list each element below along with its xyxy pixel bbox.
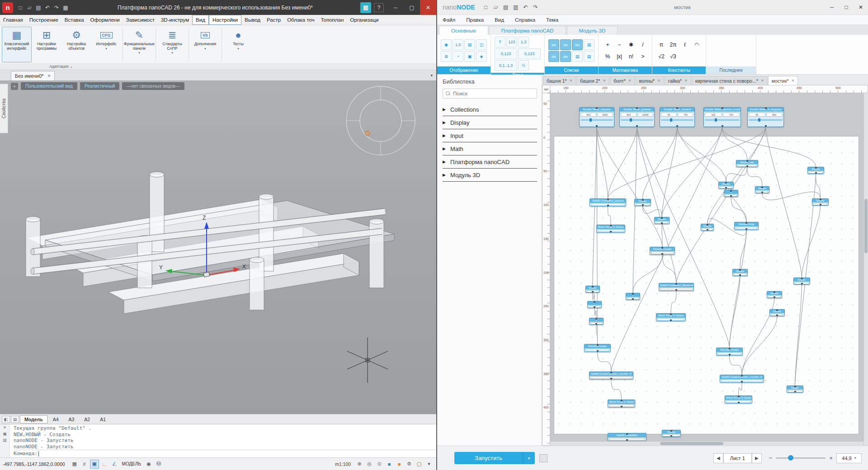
graph-tab[interactable]: болт*✕ bbox=[610, 76, 635, 85]
menu-item-Настройки[interactable]: Настройки bbox=[209, 15, 241, 25]
node-max-value[interactable]: 10000 bbox=[637, 113, 653, 117]
minimize-button[interactable]: ─ bbox=[387, 0, 404, 15]
graph-node[interactable]: Show Temp In Space bbox=[608, 400, 635, 408]
ribbon-tab-Основные[interactable]: Основные bbox=[439, 26, 488, 35]
graph-node[interactable]: Double Slider_ширина5005000 bbox=[579, 107, 614, 127]
scale-indicator[interactable]: m1:100 bbox=[335, 461, 351, 467]
command-side-icon[interactable]: ▣ bbox=[3, 432, 7, 436]
library-item-Math[interactable]: ▶Math bbox=[443, 142, 537, 155]
osnap-icon[interactable]: ▣ bbox=[90, 460, 99, 469]
sheet-name[interactable]: Лист 1 bbox=[723, 453, 752, 463]
navigation-wheel-icon[interactable] bbox=[346, 86, 415, 155]
layout-tab-A2[interactable]: A2 bbox=[80, 415, 94, 423]
zoom-slider-handle[interactable] bbox=[788, 455, 793, 461]
redo-icon[interactable]: ↷ bbox=[52, 3, 61, 12]
expand-arrow-icon[interactable]: ▶ bbox=[443, 146, 446, 151]
graph-node[interactable]: Integer bbox=[787, 385, 803, 393]
search-input[interactable] bbox=[453, 91, 534, 96]
layout-tab-Модель[interactable]: Модель bbox=[20, 415, 47, 423]
node-slider-track[interactable] bbox=[621, 119, 653, 121]
ribbon-icon-⊞[interactable]: ⊞ bbox=[441, 51, 452, 62]
graph-node[interactable]: + bbox=[724, 190, 738, 197]
graph-node[interactable]: / bbox=[587, 301, 602, 308]
redo-icon[interactable]: ↷ bbox=[531, 3, 540, 12]
ribbon-button-standards-icon[interactable]: ≣Стандарты САПР▾ bbox=[157, 27, 187, 62]
graph-node[interactable]: Double Slider_б_подушки50500 bbox=[747, 107, 784, 127]
ribbon-button-cfg-icon[interactable]: CFGИнтерфейс▾ bbox=[91, 27, 121, 62]
node-min-value[interactable]: 50 bbox=[661, 113, 677, 117]
save-icon[interactable]: ▤ bbox=[34, 3, 43, 12]
node-max-value[interactable]: 700 bbox=[723, 113, 740, 117]
ribbon-icon-▤[interactable]: ▤ bbox=[584, 51, 594, 62]
command-side-icon[interactable]: ✕ bbox=[3, 425, 7, 430]
node-slider-handle[interactable] bbox=[590, 118, 592, 122]
graph-node[interactable]: Double Slider_высота_столб100700 bbox=[703, 107, 741, 127]
find-icon[interactable]: ⊙ bbox=[375, 460, 384, 469]
run-settings-button[interactable] bbox=[539, 454, 547, 462]
graph-tab-close-icon[interactable]: ✕ bbox=[657, 79, 660, 83]
menu-item-3D-инструм[interactable]: 3D-инструм bbox=[158, 15, 192, 25]
library-item-Display[interactable]: ▶Display bbox=[443, 116, 537, 129]
ribbon-icon-◈[interactable]: ◈ bbox=[476, 51, 487, 62]
ribbon-icon-◠[interactable]: ◠ bbox=[691, 39, 702, 50]
node-slider-track[interactable] bbox=[661, 119, 693, 121]
node-min-value[interactable]: 500 bbox=[580, 113, 596, 117]
minimize-button[interactable]: ─ bbox=[825, 0, 839, 15]
layout-tab-A1[interactable]: A1 bbox=[95, 415, 110, 423]
node-max-value[interactable]: 5000 bbox=[597, 113, 613, 117]
polar-icon[interactable]: ∠ bbox=[110, 460, 119, 469]
node-max-value[interactable]: 700 bbox=[678, 113, 693, 117]
ribbon-icon-½[interactable]: ½ bbox=[518, 60, 529, 71]
graph-node[interactable]: Double bbox=[662, 430, 681, 437]
menu-item-Вид[interactable]: Вид bbox=[192, 15, 209, 25]
graph-node[interactable]: Double Array bbox=[734, 222, 759, 230]
layout-bar-icon[interactable]: ◧ bbox=[2, 416, 10, 423]
viewport-plus-button[interactable]: + bbox=[11, 83, 18, 90]
menu-item-Тема[interactable]: Тема bbox=[541, 17, 564, 23]
graph-node[interactable]: Double bbox=[654, 217, 670, 224]
annot-icon[interactable]: Ⓜ bbox=[154, 460, 163, 469]
graph-node[interactable]: Point3d.Create bbox=[650, 247, 675, 255]
graph-node[interactable]: Show Temp In Space bbox=[656, 313, 686, 321]
ribbon-button-addons-icon[interactable]: VbДополнения▾ bbox=[190, 27, 220, 62]
command-side-icon[interactable]: ▤ bbox=[3, 438, 7, 442]
ribbon-icon-|x|[interactable]: |x| bbox=[614, 51, 625, 62]
ribbon-button-tests-icon[interactable]: ●Тесты▾ bbox=[223, 27, 253, 62]
node-slider-handle[interactable] bbox=[758, 118, 760, 122]
graph-node[interactable]: Point3d.Create bbox=[716, 348, 743, 356]
ribbon-icon-idx[interactable]: idx bbox=[572, 39, 583, 50]
node-min-value[interactable]: 100 bbox=[705, 113, 722, 117]
ribbon-icon-0,1..1,3[interactable]: 0,1..1,3 bbox=[495, 60, 517, 71]
ribbon-icon-▣[interactable]: ▣ bbox=[464, 51, 475, 62]
library-item-Collections[interactable]: ▶Collections bbox=[443, 103, 537, 116]
snap-icon[interactable]: # bbox=[80, 460, 89, 469]
ribbon-icon-123[interactable]: 123 bbox=[506, 37, 517, 47]
node-slider-handle[interactable] bbox=[715, 118, 717, 122]
graph-tab-close-icon[interactable]: ✕ bbox=[684, 79, 688, 83]
maximize-button[interactable]: ▢ bbox=[404, 0, 420, 15]
expand-arrow-icon[interactable]: ▶ bbox=[443, 107, 446, 112]
menu-item-Зависимост[interactable]: Зависимост bbox=[123, 15, 158, 25]
model-viewport[interactable]: + Пользовательский видРеалистичный—нет с… bbox=[0, 80, 436, 414]
ribbon-icon-/[interactable]: / bbox=[637, 39, 648, 50]
graph-tab-close-icon[interactable]: ✕ bbox=[791, 79, 794, 83]
graph-node[interactable]: / bbox=[626, 293, 640, 300]
ribbon-icon-√3[interactable]: √3 bbox=[668, 51, 679, 62]
menu-item-Растр[interactable]: Растр bbox=[264, 15, 284, 25]
ribbon-icon-+[interactable]: + bbox=[602, 39, 613, 50]
command-prompt[interactable]: Команда: bbox=[14, 450, 436, 457]
zoom-in-button[interactable]: + bbox=[829, 455, 833, 461]
node-slider-track[interactable] bbox=[580, 119, 613, 121]
ribbon-tab-Платформа nanoCAD[interactable]: Платформа nanoCAD bbox=[489, 26, 566, 35]
expand-arrow-icon[interactable]: ▶ bbox=[443, 160, 446, 164]
layout-tab-A4[interactable]: A4 bbox=[48, 415, 63, 423]
graph-node[interactable]: Double bbox=[634, 199, 651, 206]
graph-node[interactable]: Double bbox=[718, 182, 734, 189]
ribbon-group-label[interactable]: Адаптация ⌄ bbox=[0, 64, 122, 69]
ribbon-icon-▤[interactable]: ▤ bbox=[584, 39, 594, 50]
ribbon-icon-idx[interactable]: idx bbox=[560, 51, 571, 62]
ribbon-icon-T[interactable]: T bbox=[495, 37, 505, 47]
graph-tab[interactable]: кирпичная стена с поворо...*✕ bbox=[692, 76, 768, 85]
gear-icon[interactable]: ⚙ bbox=[405, 460, 414, 469]
expand-arrow-icon[interactable]: ▶ bbox=[443, 173, 446, 177]
